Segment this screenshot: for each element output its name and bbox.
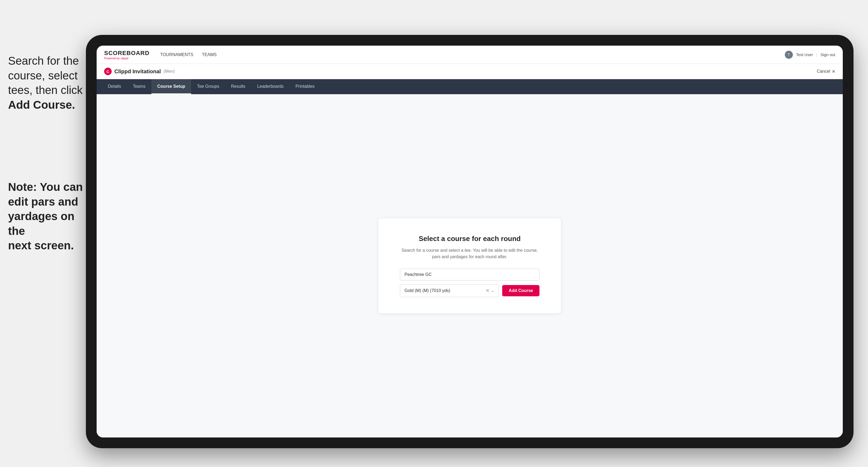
tablet-screen: SCOREBOARD Powered by clippd TOURNAMENTS… <box>97 45 843 437</box>
tee-select-controls: ✕ ⌄ <box>486 288 494 293</box>
user-avatar: T <box>785 51 793 59</box>
logo-sub: Powered by clippd <box>104 57 150 60</box>
annotation-note: Note: You can edit pars and yardages on … <box>8 180 91 253</box>
nav-link-tournaments[interactable]: TOURNAMENTS <box>160 52 193 57</box>
tab-printables[interactable]: Printables <box>289 79 320 94</box>
tournament-name: Clippd Invitational <box>114 68 161 74</box>
logo-text: SCOREBOARD <box>104 50 150 57</box>
close-icon: ✕ <box>832 69 835 74</box>
logo-area: SCOREBOARD Powered by clippd <box>104 50 150 60</box>
user-name: Test User <box>796 52 813 57</box>
annotation-main: Search for the course, select tees, then… <box>8 54 86 112</box>
tablet-frame: SCOREBOARD Powered by clippd TOURNAMENTS… <box>86 35 854 448</box>
nav-link-teams[interactable]: TEAMS <box>202 52 217 57</box>
tab-results[interactable]: Results <box>225 79 251 94</box>
nav-links: TOURNAMENTS TEAMS <box>160 52 217 57</box>
tab-details[interactable]: Details <box>102 79 127 94</box>
tab-tee-groups[interactable]: Tee Groups <box>191 79 225 94</box>
tab-course-setup[interactable]: Course Setup <box>151 79 191 94</box>
tournament-title-area: C Clippd Invitational (Men) <box>104 68 175 75</box>
sign-out-link[interactable]: Sign out <box>820 52 835 57</box>
tab-teams[interactable]: Teams <box>127 79 151 94</box>
tee-clear-icon[interactable]: ✕ <box>486 288 490 293</box>
card-title: Select a course for each round <box>400 235 539 243</box>
course-search-input[interactable] <box>400 269 539 280</box>
card-description: Search for a course and select a tee. Yo… <box>400 247 539 260</box>
tournament-gender: (Men) <box>163 69 175 74</box>
tournament-bar: C Clippd Invitational (Men) Cancel ✕ <box>97 64 843 79</box>
pipe-separator: | <box>816 52 817 57</box>
tee-select-row: Gold (M) (M) (7010 yds) ✕ ⌄ Add Course <box>400 284 539 297</box>
tee-value: Gold (M) (M) (7010 yds) <box>404 288 451 293</box>
tee-select[interactable]: Gold (M) (M) (7010 yds) ✕ ⌄ <box>400 284 499 297</box>
tab-leaderboards[interactable]: Leaderboards <box>251 79 289 94</box>
top-nav: SCOREBOARD Powered by clippd TOURNAMENTS… <box>97 45 843 64</box>
nav-right: T Test User | Sign out <box>785 51 835 59</box>
tab-nav: Details Teams Course Setup Tee Groups Re… <box>97 79 843 94</box>
add-course-button[interactable]: Add Course <box>502 285 539 296</box>
nav-left: SCOREBOARD Powered by clippd TOURNAMENTS… <box>104 50 217 60</box>
main-content: Select a course for each round Search fo… <box>97 94 843 437</box>
chevron-down-icon: ⌄ <box>491 288 494 293</box>
clippd-icon: C <box>104 68 112 75</box>
course-card: Select a course for each round Search fo… <box>378 218 561 313</box>
cancel-button[interactable]: Cancel ✕ <box>817 69 835 74</box>
